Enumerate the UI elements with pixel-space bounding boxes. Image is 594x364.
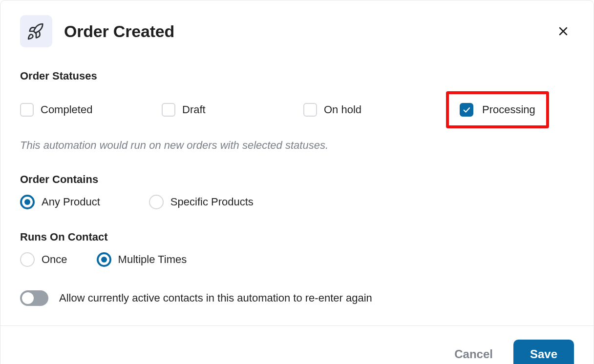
status-item-completed[interactable]: Completed [20,103,162,117]
radio-input-specific-products[interactable] [149,195,164,209]
radio-specific-products[interactable]: Specific Products [149,195,254,209]
radio-input-any-product[interactable] [20,195,35,209]
order-statuses-help: This automation would run on new orders … [20,139,574,152]
close-icon [557,25,569,38]
radio-label-once: Once [42,253,67,266]
status-item-draft[interactable]: Draft [162,103,303,117]
title-wrap: Order Created [20,15,174,47]
order-contains-options: Any Product Specific Products [20,195,574,209]
radio-input-once[interactable] [20,252,35,267]
status-label-completed: Completed [41,103,92,116]
dialog-footer: Cancel Save [0,325,594,364]
rocket-icon [26,21,46,41]
cancel-button[interactable]: Cancel [451,347,496,362]
order-contains-section: Order Contains Any Product Specific Prod… [20,173,574,209]
reenter-toggle[interactable] [20,290,48,306]
runs-on-contact-section: Runs On Contact Once Multiple Times [20,231,574,267]
order-statuses-label: Order Statuses [20,70,574,82]
dialog-header: Order Created [20,15,574,47]
status-label-processing: Processing [482,103,535,116]
dialog-body: Order Created Order Statuses Completed D… [0,0,594,325]
radio-label-multiple-times: Multiple Times [118,253,187,266]
order-statuses-section: Order Statuses Completed Draft On hold [20,70,574,152]
rocket-icon-box [20,15,52,47]
radio-label-any-product: Any Product [42,196,100,208]
radio-input-multiple-times[interactable] [97,252,111,267]
radio-once[interactable]: Once [20,252,67,267]
toggle-knob [22,292,34,304]
runs-on-contact-options: Once Multiple Times [20,252,574,267]
reenter-toggle-label: Allow currently active contacts in this … [59,292,372,304]
status-label-on-hold: On hold [324,103,361,116]
reenter-toggle-row: Allow currently active contacts in this … [20,290,574,306]
radio-any-product[interactable]: Any Product [20,195,100,209]
status-item-processing-highlight: Processing [446,91,549,128]
checkbox-processing[interactable] [460,103,473,117]
runs-on-contact-label: Runs On Contact [20,231,574,243]
check-icon [462,105,471,114]
radio-multiple-times[interactable]: Multiple Times [97,252,187,267]
checkbox-draft[interactable] [162,103,175,117]
order-statuses-row: Completed Draft On hold Process [20,91,574,128]
radio-label-specific-products: Specific Products [170,196,254,208]
dialog-title: Order Created [64,22,174,41]
checkbox-on-hold[interactable] [303,103,317,117]
order-created-dialog: Order Created Order Statuses Completed D… [0,0,594,364]
close-button[interactable] [554,22,572,40]
status-label-draft: Draft [182,103,206,116]
checkbox-completed[interactable] [20,103,34,117]
order-contains-label: Order Contains [20,173,574,186]
save-button[interactable]: Save [513,340,574,364]
status-item-on-hold[interactable]: On hold [303,103,446,117]
